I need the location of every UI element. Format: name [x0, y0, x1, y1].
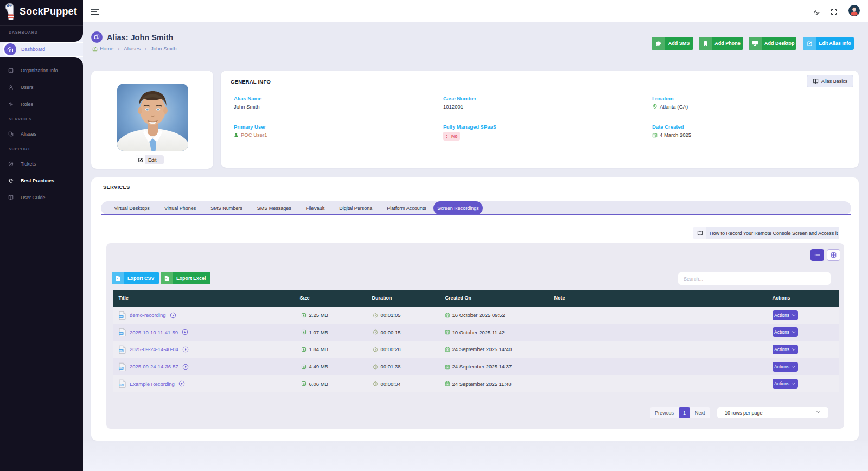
svg-text:MP4: MP4	[119, 350, 123, 352]
svg-text:MP4: MP4	[119, 367, 123, 369]
svg-text:MP4: MP4	[119, 333, 123, 335]
svg-text:MP4: MP4	[119, 384, 123, 386]
svg-text:MP4: MP4	[119, 316, 123, 318]
svg-text:x: x	[165, 278, 167, 280]
svg-text:x: x	[117, 278, 118, 280]
